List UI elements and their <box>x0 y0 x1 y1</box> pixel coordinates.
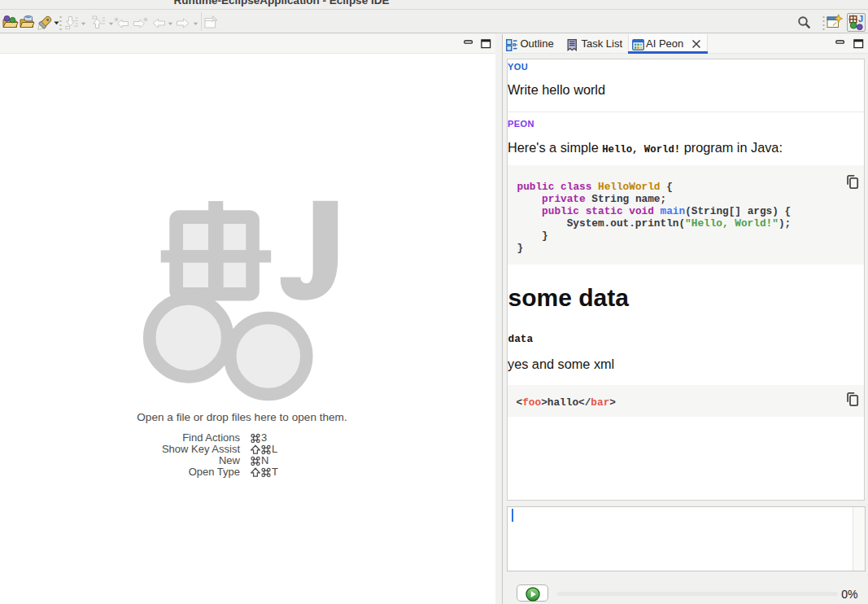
svg-text:J: J <box>858 15 863 24</box>
